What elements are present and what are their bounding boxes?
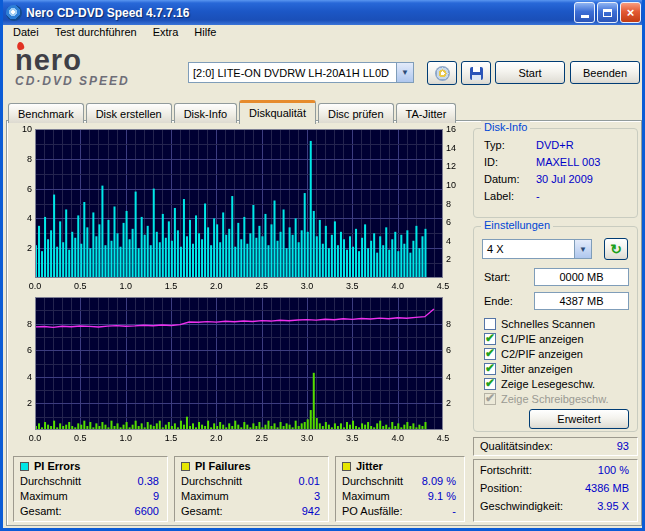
progress-panel: Fortschritt: 100 % Position: 4386 MB Ges… (473, 459, 638, 522)
close-button[interactable]: × (620, 2, 641, 23)
minimize-icon (581, 10, 589, 18)
tab-disc-pruefen[interactable]: Disc prüfen (318, 103, 394, 123)
speed-select[interactable]: 4 X ▼ (482, 239, 592, 259)
tab-disk-info[interactable]: Disk-Info (174, 103, 237, 123)
checkbox-c2-pif-anzeigen[interactable]: ✔ C2/PIF anzeigen (484, 347, 583, 361)
end-field-value: 4387 MB (559, 295, 603, 307)
quality-index-panel: Qualitätsindex: 93 (473, 437, 638, 456)
disk-info-group-title: Disk-Info (481, 121, 530, 133)
disk-info-value-typ: DVD+R (536, 139, 574, 151)
stat-label: Maximum (181, 490, 229, 502)
close-icon: × (627, 5, 635, 20)
stat-label: Maximum (342, 490, 390, 502)
menu-item-datei[interactable]: Datei (5, 24, 47, 40)
settings-group: Einstellungen 4 X ▼ ↻ Start: 0000 MB End… (473, 226, 638, 432)
stat-label: Durchschnitt (20, 475, 81, 487)
menu-bar: Datei Test durchführen Extra Hilfe (3, 22, 642, 41)
stat-value: 6600 (135, 505, 159, 517)
checkbox-icon[interactable]: ✔ (484, 333, 496, 345)
checkbox-icon[interactable]: ✔ (484, 318, 496, 330)
start-field[interactable]: 0000 MB (534, 268, 629, 286)
disk-info-label: Datum: (484, 173, 519, 185)
maximize-button[interactable] (597, 2, 618, 23)
disk-info-value-datum: 30 Jul 2009 (536, 173, 593, 185)
stat-value: 9 (153, 490, 159, 502)
end-field[interactable]: 4387 MB (534, 292, 629, 310)
quality-index-label: Qualitätsindex: (480, 440, 553, 452)
pi-errors-title: PI Errors (34, 460, 80, 472)
maximize-icon (603, 9, 612, 17)
minimize-button[interactable] (574, 2, 595, 23)
save-button[interactable] (461, 61, 491, 85)
start-field-label: Start: (484, 271, 510, 283)
speed-select-value: 4 X (483, 243, 574, 255)
checkbox-jitter-anzeigen[interactable]: ✔ Jitter anzeigen (484, 362, 573, 376)
checkbox-icon[interactable]: ✔ (484, 363, 496, 375)
tab-diskqualitaet[interactable]: Diskqualität (239, 100, 316, 124)
tab-strip: Benchmark Disk erstellen Disk-Info Diskq… (8, 99, 458, 123)
disk-info-label: Typ: (484, 139, 505, 151)
pi-failures-title: PI Failures (195, 460, 251, 472)
stat-label: Durchschnitt (342, 475, 403, 487)
pi-failures-legend-icon (181, 462, 190, 471)
stat-value: 3 (314, 490, 320, 502)
refresh-icon: ↻ (610, 241, 622, 257)
stat-label: Gesamt: (20, 505, 62, 517)
end-field-label: Ende: (484, 295, 513, 307)
refresh-button[interactable]: ↻ (604, 238, 628, 260)
drive-select[interactable]: [2:0] LITE-ON DVDRW LH-20A1H LL0D ▼ (188, 62, 414, 83)
stat-label: Gesamt: (181, 505, 223, 517)
checkbox-schnelles-scannen[interactable]: ✔ Schnelles Scannen (484, 317, 595, 331)
stat-value: 0.38 (138, 475, 159, 487)
disk-info-label: ID: (484, 156, 498, 168)
pi-errors-panel: PI Errors Durchschnitt 0.38 Maximum 9 Ge… (13, 456, 168, 522)
chevron-down-icon[interactable]: ▼ (396, 63, 413, 82)
stat-label: PO Ausfälle: (342, 505, 403, 517)
pif-jitter-chart-canvas (13, 293, 465, 443)
menu-item-hilfe[interactable]: Hilfe (186, 24, 224, 40)
tab-benchmark[interactable]: Benchmark (8, 103, 84, 123)
checkbox-zeige-schreibgeschw: ✔ Zeige Schreibgeschw. (484, 392, 609, 406)
pi-errors-legend-icon (20, 462, 29, 471)
tab-ta-jitter[interactable]: TA-Jitter (396, 103, 457, 123)
disc-eject-button[interactable] (427, 61, 457, 85)
window-title: Nero CD-DVD Speed 4.7.7.16 (26, 6, 574, 20)
speed-label: Geschwindigkeit: (480, 500, 563, 512)
quit-button[interactable]: Beenden (570, 61, 640, 84)
app-icon (6, 5, 22, 21)
stat-label: Durchschnitt (181, 475, 242, 487)
stat-value: 942 (302, 505, 320, 517)
quality-index-value: 93 (617, 440, 629, 452)
stat-value: 0.01 (299, 475, 320, 487)
stat-value: - (452, 505, 456, 517)
disk-info-group: Disk-Info Typ: DVD+R ID: MAXELL 003 Datu… (473, 128, 638, 218)
disk-info-value-id: MAXELL 003 (536, 156, 600, 168)
tab-disk-erstellen[interactable]: Disk erstellen (86, 103, 172, 123)
advanced-button[interactable]: Erweitert (529, 409, 629, 429)
checkbox-zeige-lesegeschw[interactable]: ✔ Zeige Lesegeschw. (484, 377, 595, 391)
save-icon (470, 67, 483, 80)
app-window: Nero CD-DVD Speed 4.7.7.16 × Datei Test … (0, 0, 645, 531)
jitter-title: Jitter (356, 460, 383, 472)
position-label: Position: (480, 482, 522, 494)
logo-text-cd-dvd-speed: CD·DVD SPEED (15, 74, 185, 88)
disc-icon (435, 66, 450, 81)
checkbox-icon[interactable]: ✔ (484, 348, 496, 360)
checkbox-icon[interactable]: ✔ (484, 378, 496, 390)
menu-item-test-durchfuehren[interactable]: Test durchführen (47, 24, 145, 40)
progress-value: 100 % (598, 464, 629, 476)
progress-label: Fortschritt: (480, 464, 532, 476)
start-button[interactable]: Start (495, 61, 565, 84)
nero-logo: nero CD·DVD SPEED (15, 46, 185, 92)
start-field-value: 0000 MB (559, 271, 603, 283)
position-value: 4386 MB (585, 482, 629, 494)
logo-text-nero: nero (15, 46, 185, 74)
stat-value: 8.09 % (422, 475, 456, 487)
chevron-down-icon[interactable]: ▼ (574, 240, 591, 258)
disk-info-value-label: - (536, 190, 540, 202)
disk-info-label: Label: (484, 190, 514, 202)
menu-item-extra[interactable]: Extra (145, 24, 187, 40)
checkbox-c1-pie-anzeigen[interactable]: ✔ C1/PIE anzeigen (484, 332, 584, 346)
pi-failures-panel: PI Failures Durchschnitt 0.01 Maximum 3 … (174, 456, 329, 522)
stat-label: Maximum (20, 490, 68, 502)
